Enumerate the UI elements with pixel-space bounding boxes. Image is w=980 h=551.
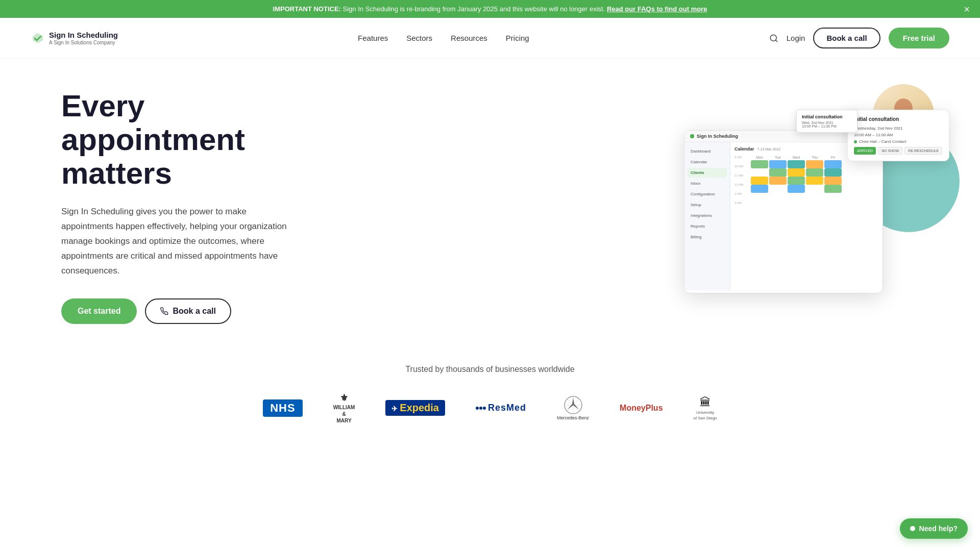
main-nav: Features Sectors Resources Pricing <box>358 34 529 42</box>
close-notice-button[interactable]: × <box>964 4 970 14</box>
mockup-sidebar-calendar[interactable]: Calendar <box>688 157 727 167</box>
day-header-mon: Mon <box>751 155 768 160</box>
mockup-sidebar-integrations[interactable]: Integrations <box>688 211 727 220</box>
calendar-title-label: Calendar <box>734 146 754 152</box>
event-sun-empty <box>861 160 878 168</box>
login-link[interactable]: Login <box>787 34 805 42</box>
notice-body: Sign In Scheduling is re-branding from J… <box>343 5 605 13</box>
event-fri-4[interactable] <box>824 185 842 193</box>
day-tue: Tue <box>769 155 787 206</box>
consult-popup-title: Initial consultation <box>802 114 852 119</box>
resmed-content: ResMed <box>476 403 526 413</box>
panel-contact-text: Chris Hall – Carol Contact <box>859 139 906 144</box>
panel-date: Wednesday, 2nd Nov 2021 <box>854 126 943 131</box>
expedia-icon: ✈ <box>391 405 400 413</box>
mockup-sidebar-inbox[interactable]: Inbox <box>688 179 727 188</box>
reschedule-button[interactable]: RE-RESCHEDULE <box>904 147 942 155</box>
event-mon-4[interactable] <box>751 185 768 193</box>
resmed-text: ResMed <box>488 403 526 413</box>
wm-crown-icon: ⚜ <box>340 392 348 404</box>
header-free-trial-button[interactable]: Free trial <box>889 28 949 48</box>
william-mary-logo: ⚜ WILLIAM & MARY <box>333 392 355 423</box>
logo-icon <box>31 31 45 45</box>
event-mon-3[interactable] <box>751 177 768 185</box>
hero-title: Every appointment matters <box>61 89 327 190</box>
logo-title: Sign In Scheduling <box>49 31 118 40</box>
time-10am: 10 AM <box>734 160 750 169</box>
panel-contact: Chris Hall – Carol Contact <box>854 139 943 144</box>
mockup-body: Dashboard Calendar Clients Inbox Configu… <box>684 142 883 290</box>
notice-text: IMPORTANT NOTICE: Sign In Scheduling is … <box>273 5 707 13</box>
hero-buttons: Get started Book a call <box>61 298 327 324</box>
mercedes-star-icon <box>564 396 582 414</box>
mockup-sidebar-dashboard[interactable]: Dashboard <box>688 146 727 156</box>
phone-icon <box>160 307 168 315</box>
event-wed-2[interactable] <box>788 168 805 177</box>
day-columns: Mon Tue <box>751 155 878 206</box>
search-button[interactable] <box>769 34 778 43</box>
mockup-sidebar-reports[interactable]: Reports <box>688 221 727 231</box>
event-wed-1[interactable] <box>788 160 805 168</box>
day-sun: Sun <box>861 155 878 206</box>
panel-date-text: Wednesday, 2nd Nov 2021 <box>854 126 903 131</box>
nav-pricing[interactable]: Pricing <box>506 34 529 42</box>
mockup-sidebar-clients[interactable]: Clients <box>688 168 727 178</box>
svg-point-6 <box>479 407 482 410</box>
header-book-call-button[interactable]: Book a call <box>813 28 880 48</box>
mockup-logo-text: Sign In Scheduling <box>697 134 738 139</box>
mockup-sidebar-config[interactable]: Configuration <box>688 189 727 199</box>
panel-time: 10:00 AM – 11:00 AM <box>854 133 943 137</box>
event-thu-1[interactable] <box>806 160 823 168</box>
no-show-button[interactable]: NO SHOW <box>878 147 902 155</box>
logo-text: Sign In Scheduling A Sign In Solutions C… <box>49 31 118 46</box>
mockup-sidebar-setup[interactable]: Setup <box>688 200 727 210</box>
resmed-dots-icon <box>476 405 486 412</box>
notice-bar: IMPORTANT NOTICE: Sign In Scheduling is … <box>0 0 980 18</box>
logo[interactable]: Sign In Scheduling A Sign In Solutions C… <box>31 31 118 46</box>
moneyplus-logo: MoneyPlus <box>620 404 663 413</box>
event-thu-3[interactable] <box>806 177 823 185</box>
svg-point-5 <box>476 407 479 410</box>
search-icon <box>769 34 778 43</box>
notice-link[interactable]: Read our FAQs to find out more <box>607 5 707 13</box>
consult-popup-time: 10:00 PM – 11:00 PM <box>802 124 852 128</box>
hero-description: Sign In Scheduling gives you the power t… <box>61 205 296 278</box>
calendar-date-range: 7-13 Mar 2022 <box>757 147 781 151</box>
day-header-fri: Fri <box>824 155 842 160</box>
day-mon: Mon <box>751 155 768 206</box>
floating-consultation-panel: Initial consultation Wednesday, 2nd Nov … <box>847 110 949 161</box>
event-tue-3[interactable] <box>769 177 787 185</box>
event-tue-2[interactable] <box>769 168 787 177</box>
event-wed-4[interactable] <box>788 185 805 193</box>
panel-actions: ARRIVED NO SHOW RE-RESCHEDULE <box>854 147 943 155</box>
nhs-logo: NHS <box>263 399 302 417</box>
arrived-button[interactable]: ARRIVED <box>854 147 876 155</box>
event-fri-2[interactable] <box>824 168 842 177</box>
header: Sign In Scheduling A Sign In Solutions C… <box>0 18 980 59</box>
usd-logo: 🏛 University of San Diego <box>694 396 717 420</box>
mercedes-content: Mercedes-Benz <box>557 396 589 420</box>
mockup-logo: Sign In Scheduling <box>690 134 738 139</box>
time-11am: 11 AM <box>734 169 750 178</box>
hero-book-call-button[interactable]: Book a call <box>145 298 231 324</box>
event-wed-3[interactable] <box>788 177 805 185</box>
hero-content: Every appointment matters Sign In Schedu… <box>61 89 327 324</box>
nav-features[interactable]: Features <box>358 34 388 42</box>
day-wed: Wed <box>788 155 805 206</box>
notice-bold: IMPORTANT NOTICE: <box>273 5 341 13</box>
get-started-button[interactable]: Get started <box>61 298 137 324</box>
hero-book-call-label: Book a call <box>173 307 215 316</box>
usd-content: 🏛 University of San Diego <box>694 396 717 420</box>
nav-sectors[interactable]: Sectors <box>406 34 432 42</box>
event-thu-2[interactable] <box>806 168 823 177</box>
event-tue-1[interactable] <box>769 160 787 168</box>
panel-title: Initial consultation <box>854 116 943 122</box>
mockup-sidebar-billing[interactable]: Billing <box>688 232 727 242</box>
event-fri-1[interactable] <box>824 160 842 168</box>
event-fri-3[interactable] <box>824 177 842 185</box>
nav-resources[interactable]: Resources <box>451 34 487 42</box>
svg-point-4 <box>690 134 694 138</box>
mercedes-text-label: Mercedes-Benz <box>557 415 589 420</box>
event-mon-1[interactable] <box>751 160 768 168</box>
calendar-grid: 9 AM 10 AM 11 AM 12 PM 1 PM 2 PM Mon <box>734 155 878 206</box>
